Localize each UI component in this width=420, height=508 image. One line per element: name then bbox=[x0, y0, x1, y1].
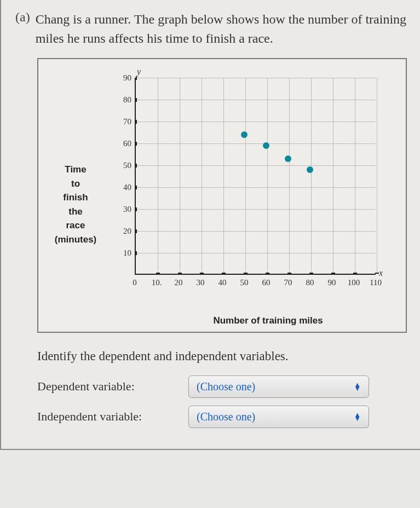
dependent-dropdown[interactable]: (Choose one) ▲▼ bbox=[188, 376, 369, 398]
plot-area: y x 102030405060708090010.20304050607080… bbox=[113, 67, 387, 297]
x-tick-label: 80 bbox=[306, 278, 314, 287]
gridline-v bbox=[245, 78, 246, 274]
plot-column: y x 102030405060708090010.20304050607080… bbox=[113, 67, 401, 326]
gridline-v bbox=[311, 78, 312, 274]
dependent-label: Dependent variable: bbox=[37, 379, 180, 394]
gridline-v bbox=[202, 78, 202, 274]
gridline-v bbox=[377, 78, 377, 274]
y-axis-label: Timetofinishtherace(minutes) bbox=[55, 163, 97, 246]
data-point bbox=[307, 166, 313, 173]
chart-container: Timetofinishtherace(minutes) y x 1020304… bbox=[37, 58, 407, 333]
question-header: (a) Chang is a runner. The graph below s… bbox=[15, 10, 409, 48]
y-tick-label: 60 bbox=[115, 138, 131, 148]
data-point bbox=[263, 142, 269, 149]
x-tick-label: 90 bbox=[328, 278, 336, 287]
question-panel: (a) Chang is a runner. The graph below s… bbox=[0, 0, 420, 450]
x-tick-label: 30 bbox=[197, 278, 205, 287]
independent-dropdown[interactable]: (Choose one) ▲▼ bbox=[188, 406, 369, 428]
data-point bbox=[285, 155, 291, 162]
x-tick-label: 0 bbox=[133, 278, 137, 287]
independent-label: Independent variable: bbox=[37, 409, 180, 424]
gridline-h bbox=[136, 187, 376, 188]
x-tick-label: 60 bbox=[262, 278, 271, 287]
gridline-h bbox=[136, 122, 376, 122]
gridline-h bbox=[136, 143, 376, 144]
y-axis-label-block: Timetofinishtherace(minutes) bbox=[43, 67, 108, 326]
x-tick-label: 10. bbox=[152, 278, 162, 287]
y-tick-label: 10 bbox=[115, 248, 131, 257]
gridline-v bbox=[289, 78, 290, 274]
chevron-updown-icon: ▲▼ bbox=[354, 413, 361, 420]
independent-row: Independent variable: (Choose one) ▲▼ bbox=[37, 406, 409, 428]
gridline-v bbox=[180, 78, 180, 274]
y-tick-label: 70 bbox=[115, 117, 131, 126]
question-part-label: (a) bbox=[15, 10, 30, 48]
x-tick-label: 110 bbox=[370, 278, 382, 287]
chevron-updown-icon: ▲▼ bbox=[354, 383, 361, 390]
question-text: Chang is a runner. The graph below shows… bbox=[36, 10, 409, 48]
gridline-h bbox=[136, 209, 376, 210]
independent-dropdown-value: (Choose one) bbox=[197, 411, 255, 423]
x-axis-letter: x bbox=[379, 268, 383, 278]
y-tick-label: 30 bbox=[115, 204, 131, 213]
y-axis-letter: y bbox=[137, 67, 141, 77]
x-axis-label: Number of training miles bbox=[135, 315, 401, 326]
x-tick-label: 70 bbox=[284, 278, 292, 287]
dependent-row: Dependent variable: (Choose one) ▲▼ bbox=[37, 376, 409, 398]
gridline-v bbox=[355, 78, 355, 274]
y-tick-label: 80 bbox=[115, 95, 131, 104]
x-tick-label: 100 bbox=[348, 278, 360, 287]
gridline-v bbox=[267, 78, 268, 274]
data-point bbox=[241, 131, 248, 138]
y-tick-label: 40 bbox=[115, 182, 131, 192]
dependent-dropdown-value: (Choose one) bbox=[197, 380, 255, 393]
x-tick-label: 50 bbox=[240, 278, 249, 287]
gridline-h bbox=[136, 253, 376, 253]
gridline-h bbox=[136, 100, 376, 100]
gridline-h bbox=[136, 78, 376, 78]
x-tick-label: 20 bbox=[175, 278, 183, 287]
y-tick-label: 20 bbox=[115, 226, 131, 235]
y-tick-label: 90 bbox=[115, 73, 131, 82]
y-tick-label: 50 bbox=[115, 160, 131, 170]
gridline-h bbox=[136, 165, 376, 166]
gridline-v bbox=[333, 78, 333, 274]
gridline-v bbox=[223, 78, 224, 274]
identify-prompt: Identify the dependent and independent v… bbox=[37, 349, 409, 363]
chart-grid bbox=[135, 78, 376, 275]
x-tick-label: 40 bbox=[218, 278, 227, 287]
gridline-h bbox=[136, 231, 376, 232]
gridline-v bbox=[158, 78, 158, 274]
